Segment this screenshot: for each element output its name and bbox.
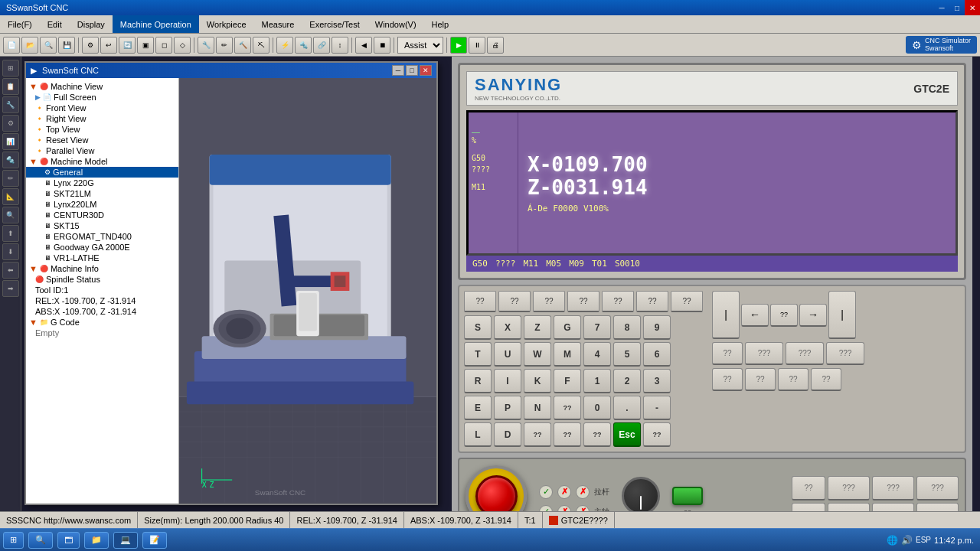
- sidebar-icon-5[interactable]: 📊: [2, 133, 19, 150]
- file-explorer-button[interactable]: 📁: [84, 532, 109, 549]
- toolbar-btn6[interactable]: ↩: [100, 37, 117, 54]
- key-q5d[interactable]: ??: [643, 422, 671, 447]
- key-2[interactable]: 2: [613, 369, 641, 393]
- tree-machine-info[interactable]: ▼ 🔴 Machine Info: [26, 263, 178, 274]
- toolbar-play[interactable]: ▶: [450, 37, 467, 54]
- key-5[interactable]: 5: [613, 342, 641, 367]
- fkey-5[interactable]: ??: [602, 291, 634, 312]
- menu-exercise[interactable]: Exercise/Test: [302, 15, 367, 33]
- menu-measure[interactable]: Measure: [254, 15, 302, 33]
- close-button[interactable]: ✕: [965, 0, 980, 15]
- menu-edit[interactable]: Edit: [40, 15, 70, 33]
- key-minus[interactable]: -: [643, 396, 671, 420]
- fkey-3[interactable]: ??: [533, 291, 565, 312]
- toolbar-btn17[interactable]: 🔗: [313, 37, 330, 54]
- sidebar-icon-3[interactable]: 🔧: [2, 96, 19, 113]
- extra-1c[interactable]: ???: [786, 342, 824, 365]
- extra-2c[interactable]: ??: [778, 368, 808, 391]
- cnc-close[interactable]: ✕: [420, 65, 432, 76]
- nav-up-key[interactable]: |: [712, 291, 740, 339]
- toolbar-btn13[interactable]: 🔨: [234, 37, 251, 54]
- menu-help[interactable]: Help: [424, 15, 457, 33]
- toolbar-search[interactable]: 🔍: [40, 37, 57, 54]
- ctrl-btn-2[interactable]: ???: [828, 476, 870, 500]
- toolbar-btn9[interactable]: ◻: [155, 37, 172, 54]
- start-button[interactable]: ⊞: [3, 532, 24, 549]
- toolbar-print[interactable]: 🖨: [487, 37, 504, 54]
- menu-window[interactable]: Window(V): [368, 15, 424, 33]
- toolbar-btn5[interactable]: ⚙: [82, 37, 99, 54]
- key-1[interactable]: 1: [583, 369, 611, 393]
- key-u[interactable]: U: [494, 342, 521, 367]
- notepad-button[interactable]: 📝: [142, 532, 167, 549]
- key-e[interactable]: E: [464, 396, 492, 420]
- sidebar-icon-6[interactable]: 🔩: [2, 152, 19, 168]
- key-q5a[interactable]: ??: [524, 422, 551, 447]
- key-7[interactable]: 7: [583, 315, 611, 340]
- mode-dial[interactable]: [622, 477, 660, 515]
- tree-skt15[interactable]: 🖥 SKT15: [26, 220, 178, 231]
- tree-reset-view[interactable]: 🔸 Reset View: [26, 135, 178, 145]
- sidebar-icon-12[interactable]: ⬅: [2, 262, 19, 279]
- search-button[interactable]: 🔍: [28, 532, 53, 549]
- tree-machine-model[interactable]: ▼ 🔴 Machine Model: [26, 156, 178, 167]
- toolbar-btn8[interactable]: ▣: [137, 37, 154, 54]
- key-dot[interactable]: .: [613, 396, 641, 420]
- key-0[interactable]: 0: [583, 396, 611, 420]
- toolbar-open[interactable]: 📂: [21, 37, 38, 54]
- fkey-2[interactable]: ??: [498, 291, 531, 312]
- ctrl-btn-3[interactable]: ???: [872, 476, 914, 500]
- key-f[interactable]: F: [554, 369, 581, 393]
- ctrl-btn-1[interactable]: ??: [792, 476, 825, 500]
- tree-lynx220lm[interactable]: 🖥 Lynx220LM: [26, 199, 178, 210]
- toolbar-stop[interactable]: ⏸: [469, 37, 485, 54]
- key-x[interactable]: X: [494, 315, 521, 340]
- key-l[interactable]: L: [464, 422, 492, 447]
- tree-vr1lathe[interactable]: 🖥 VR1-LATHE: [26, 253, 178, 263]
- toolbar-btn10[interactable]: ◇: [174, 37, 191, 54]
- toolbar-btn12[interactable]: ✏: [216, 37, 233, 54]
- extra-1b[interactable]: ???: [745, 342, 783, 365]
- sidebar-icon-9[interactable]: 🔍: [2, 207, 19, 223]
- cnc-app-button[interactable]: 💻: [113, 532, 138, 549]
- sidebar-icon-11[interactable]: ⬇: [2, 243, 19, 260]
- 3d-view[interactable]: X Z SwanSoft CNC: [179, 78, 436, 504]
- toolbar-btn19[interactable]: ◀: [355, 37, 372, 54]
- sidebar-icon-7[interactable]: ✏: [2, 170, 19, 187]
- toolbar-btn14[interactable]: ⛏: [253, 37, 270, 54]
- tree-full-screen[interactable]: ▶ 📄 Full Screen: [26, 92, 178, 103]
- extra-2d[interactable]: ??: [811, 368, 841, 391]
- tree-right-view[interactable]: 🔸 Right View: [26, 113, 178, 124]
- extra-1a[interactable]: ??: [712, 342, 743, 365]
- fkey-6[interactable]: ??: [636, 291, 668, 312]
- maximize-button[interactable]: □: [949, 0, 965, 15]
- green-start-button[interactable]: [672, 487, 703, 505]
- tree-spindle-status[interactable]: 🔴 Spindle Status: [26, 274, 178, 285]
- key-3[interactable]: 3: [643, 369, 671, 393]
- key-n[interactable]: N: [524, 396, 551, 420]
- key-g[interactable]: G: [554, 315, 581, 340]
- toolbar-btn7[interactable]: 🔄: [119, 37, 136, 54]
- key-8[interactable]: 8: [613, 315, 641, 340]
- toolbar-new[interactable]: 📄: [3, 37, 20, 54]
- tree-lynx220g[interactable]: 🖥 Lynx 220G: [26, 178, 178, 188]
- nav-q-key[interactable]: ??: [770, 304, 798, 327]
- toolbar-btn18[interactable]: ↕: [332, 37, 348, 54]
- tree-gcode[interactable]: ▼ 📁 G Code: [26, 317, 178, 328]
- tree-machine-view[interactable]: ▼ 🔴 Machine View: [26, 81, 178, 92]
- key-i[interactable]: I: [494, 369, 521, 393]
- key-6[interactable]: 6: [643, 342, 671, 367]
- tree-top-view[interactable]: 🔸 Top View: [26, 124, 178, 135]
- extra-2b[interactable]: ??: [745, 368, 776, 391]
- tree-goodway[interactable]: 🖥 Goodway GA 2000E: [26, 242, 178, 253]
- menu-machine-operation[interactable]: Machine Operation: [113, 15, 199, 33]
- menu-display[interactable]: Display: [70, 15, 113, 33]
- sidebar-icon-4[interactable]: ⚙: [2, 115, 19, 132]
- tree-skt21lm[interactable]: 🖥 SKT21LM: [26, 188, 178, 199]
- nav-left-key[interactable]: ←: [741, 304, 769, 327]
- key-m[interactable]: M: [554, 342, 581, 367]
- key-t[interactable]: T: [464, 342, 492, 367]
- nav-right-key[interactable]: →: [799, 304, 827, 327]
- mode-dropdown[interactable]: Assist: [397, 37, 443, 54]
- key-k[interactable]: K: [524, 369, 551, 393]
